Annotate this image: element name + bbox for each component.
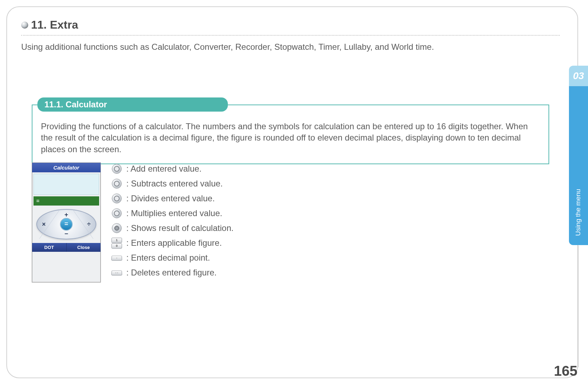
side-chapter-tab: 03 Using the menu — [569, 66, 588, 245]
section-body: Providing the functions of a calculator.… — [41, 121, 540, 155]
legend-row-subtract: : Subtracts entered value. — [111, 179, 234, 189]
header-title-row: 11. Extra — [21, 18, 560, 31]
calc-title: Calculator — [32, 163, 101, 172]
divider-dotted — [21, 35, 560, 36]
softkey-left: DOT — [32, 243, 67, 252]
legend-text: : Shows result of calculation. — [126, 223, 234, 233]
calc-display — [34, 174, 99, 195]
legend-row-divide: : Divides entered value. — [111, 194, 234, 203]
star-key-icon: · — [111, 253, 122, 263]
legend-row-result: : Shows result of calculation. — [111, 223, 234, 233]
clear-key-icon: · · — [111, 268, 122, 278]
softkey-right: Close — [67, 243, 101, 252]
key-1: 1 — [111, 238, 122, 243]
number-keys-icon: 1 0 — [111, 238, 122, 248]
legend-text: : Subtracts entered value. — [126, 179, 223, 189]
legend-row-figure: 1 0 : Enters applicable figure. — [111, 238, 234, 248]
dpad-divide: ÷ — [87, 221, 91, 228]
section-tab: 11.1. Calculator — [37, 97, 228, 112]
calc-dpad-wrap: + − × ÷ = — [32, 207, 101, 243]
calc-softkeys: DOT Close — [32, 243, 101, 252]
calculator-mockup: Calculator = + − × ÷ = DOT Close — [32, 162, 101, 283]
legend-list: : Add entered value. : Subtracts entered… — [111, 164, 234, 283]
legend-row-decimal: · : Enters decimal point. — [111, 253, 234, 263]
page-frame: 11. Extra Using additional functions suc… — [6, 6, 578, 378]
page-header: 11. Extra Using additional functions suc… — [21, 18, 560, 52]
chapter-tab-body: Using the menu — [569, 86, 588, 245]
legend-text: : Divides entered value. — [126, 194, 215, 203]
section-box: 11.1. Calculator Providing the functions… — [32, 105, 549, 164]
calc-equals-bar: = — [34, 196, 99, 206]
page-number: 165 — [554, 363, 577, 379]
side-vertical-line — [578, 245, 578, 367]
chapter-label: Using the menu — [574, 186, 582, 236]
dpad-times: × — [42, 221, 46, 228]
content-row: Calculator = + − × ÷ = DOT Close : Add e — [32, 162, 549, 283]
legend-text: : Multiplies entered value. — [126, 208, 222, 218]
nav-down-icon — [111, 179, 122, 189]
intro-text: Using additional functions such as Calcu… — [21, 42, 560, 52]
legend-row-add: : Add entered value. — [111, 164, 234, 174]
nav-up-icon — [111, 164, 122, 174]
legend-row-multiply: : Multiplies entered value. — [111, 208, 234, 218]
legend-row-delete: · · : Deletes entered figure. — [111, 268, 234, 278]
dpad-minus: − — [65, 230, 68, 238]
legend-text: : Add entered value. — [126, 164, 202, 174]
bullet-icon — [21, 22, 28, 29]
nav-right-icon — [111, 194, 122, 203]
page-title: 11. Extra — [31, 18, 78, 31]
chapter-number: 03 — [569, 66, 588, 86]
ok-key-icon — [111, 223, 122, 233]
dpad-plus: + — [65, 211, 68, 219]
dpad-center: = — [60, 218, 73, 231]
key-0: 0 — [111, 243, 122, 249]
legend-text: : Enters decimal point. — [126, 253, 210, 263]
legend-text: : Enters applicable figure. — [126, 238, 222, 248]
calc-dpad: + − × ÷ = — [36, 209, 96, 239]
nav-left-icon — [111, 208, 122, 218]
legend-text: : Deletes entered figure. — [126, 268, 217, 278]
